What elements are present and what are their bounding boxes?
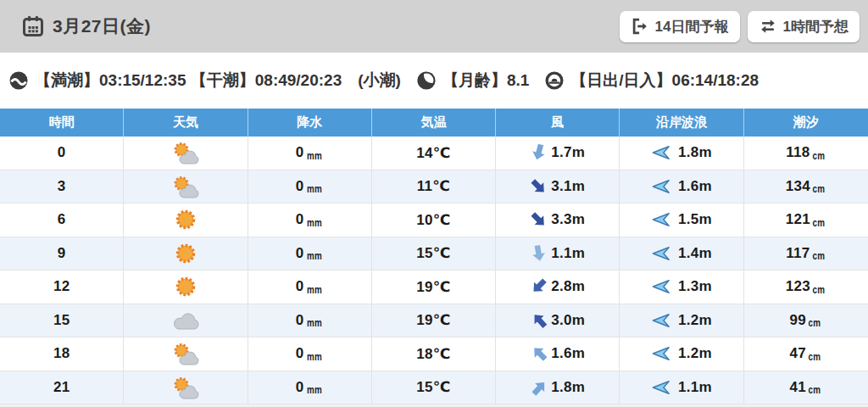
table-row: 12 0mm 19℃ 2.8m 1.3m 123cm — [0, 270, 868, 304]
tide-unit-label: cm — [812, 250, 825, 270]
table-row: 3 0mm 11℃ 3.1m 1.6m 134cm — [0, 170, 868, 204]
tide-info-bar: 【満潮】03:15/12:35 【干潮】08:49/20:23 (小潮) 【月齢… — [0, 53, 868, 109]
topbar-buttons: 14日間予報 1時間予想 — [620, 11, 860, 42]
sunrise-icon — [544, 70, 565, 91]
wind-direction-arrow-icon — [529, 243, 550, 264]
weather-icon — [169, 341, 203, 366]
fourteen-day-forecast-label: 14日間予報 — [655, 17, 729, 36]
tide-unit-label: cm — [809, 384, 821, 404]
wind-cell: 1.6m — [496, 337, 620, 371]
precipitation-cell: 0mm — [248, 204, 372, 237]
precip-unit-label: mm — [307, 351, 322, 371]
temperature-cell: 15℃ — [372, 371, 496, 405]
precip-unit-label: mm — [307, 250, 322, 270]
wave-direction-icon — [651, 346, 670, 361]
column-header-weather: 天気 — [124, 109, 248, 137]
sunrise-sunset-label: 【日出/日入】06:14/18:28 — [570, 70, 759, 92]
wind-direction-arrow-icon — [526, 341, 553, 367]
temperature-cell: 10℃ — [372, 204, 496, 237]
table-row: 9 0mm 15℃ 1.1m 1.4m 117cm — [0, 237, 868, 271]
temperature-cell: 11℃ — [372, 170, 496, 204]
moon-age: 【月齢】8.1 — [416, 70, 529, 92]
tide-phase-label: (小潮) — [358, 70, 401, 92]
wind-cell: 3.1m — [496, 170, 620, 204]
tide-times-label: 【満潮】03:15/12:35 【干潮】08:49/20:23 — [35, 70, 342, 92]
hour-cell: 15 — [0, 304, 124, 338]
tide-unit-label: cm — [812, 150, 825, 170]
wave-direction-icon — [651, 279, 670, 294]
precipitation-cell: 0mm — [248, 371, 372, 405]
weather-cell — [124, 170, 248, 204]
tide-unit-label: cm — [809, 317, 821, 337]
tide-unit-label: cm — [813, 217, 826, 237]
coastal-wave-cell: 1.8m — [620, 137, 743, 170]
tide-times: 【満潮】03:15/12:35 【干潮】08:49/20:23 (小潮) — [8, 70, 401, 92]
coastal-wave-cell: 1.5m — [620, 204, 743, 237]
table-row: 18 0mm 18℃ 1.6m 1.2m 47cm — [0, 337, 868, 371]
swap-arrows-icon — [759, 17, 777, 36]
sunrise-sunset: 【日出/日入】06:14/18:28 — [544, 70, 759, 92]
hour-cell: 9 — [0, 237, 124, 271]
coastal-wave-cell: 1.3m — [620, 270, 743, 304]
wave-direction-icon — [651, 145, 670, 160]
precipitation-cell: 0mm — [248, 137, 372, 170]
table-body: 0 0mm 14℃ 1.7m 1.8m 118cm 3 0mm 11℃ 3.1 — [0, 137, 868, 404]
tide-level-cell: 47cm — [744, 337, 868, 371]
tide-wave-icon — [8, 70, 29, 91]
weather-cell — [124, 204, 248, 237]
one-hour-forecast-label: 1時間予想 — [783, 17, 849, 36]
coastal-wave-cell: 1.1m — [620, 371, 743, 405]
wind-direction-arrow-icon — [526, 374, 553, 400]
weather-cell — [124, 304, 248, 338]
wind-direction-arrow-icon — [526, 207, 553, 233]
hour-cell: 21 — [0, 371, 124, 405]
wind-direction-arrow-icon — [526, 274, 553, 300]
weather-icon — [169, 241, 203, 266]
hour-cell: 6 — [0, 204, 124, 237]
wind-direction-arrow-icon — [526, 173, 553, 199]
wave-direction-icon — [651, 313, 670, 328]
column-header-precipitation: 降水 — [248, 109, 372, 137]
current-date-label: 3月27日(金) — [53, 14, 151, 38]
forecast-table: 時間 天気 降水 気温 風 沿岸波浪 潮汐 0 0mm 14℃ 1.7m 1.8… — [0, 109, 868, 404]
table-row: 21 0mm 15℃ 1.8m 1.1m 41cm — [0, 371, 868, 405]
coastal-wave-cell: 1.2m — [620, 337, 743, 371]
tide-unit-label: cm — [813, 284, 826, 304]
weather-cell — [124, 371, 248, 405]
weather-icon — [169, 308, 203, 333]
temperature-cell: 14℃ — [372, 137, 496, 170]
one-hour-forecast-button[interactable]: 1時間予想 — [748, 11, 860, 42]
temperature-cell: 19℃ — [372, 304, 496, 338]
tide-level-cell: 123cm — [744, 270, 868, 304]
wind-cell: 1.7m — [496, 137, 620, 170]
hour-cell: 12 — [0, 270, 124, 304]
column-header-tide-level: 潮汐 — [744, 109, 868, 137]
wind-cell: 3.3m — [496, 204, 620, 237]
fourteen-day-forecast-button[interactable]: 14日間予報 — [620, 11, 740, 42]
precip-unit-label: mm — [307, 150, 322, 170]
precipitation-cell: 0mm — [248, 270, 372, 304]
tide-level-cell: 118cm — [744, 137, 868, 170]
column-header-coastal-waves: 沿岸波浪 — [620, 109, 743, 137]
temperature-cell: 15℃ — [372, 237, 496, 271]
column-header-time: 時間 — [0, 109, 124, 137]
wave-direction-icon — [651, 212, 670, 227]
precipitation-cell: 0mm — [248, 170, 372, 204]
table-row: 0 0mm 14℃ 1.7m 1.8m 118cm — [0, 137, 868, 170]
moon-phase-icon — [416, 70, 437, 91]
weather-cell — [124, 270, 248, 304]
wind-direction-arrow-icon — [528, 142, 551, 164]
wind-cell: 2.8m — [496, 270, 620, 304]
tide-unit-label: cm — [813, 183, 826, 203]
tide-level-cell: 41cm — [744, 371, 868, 405]
precipitation-cell: 0mm — [248, 237, 372, 271]
weather-icon — [169, 375, 203, 400]
exit-forward-icon — [631, 17, 649, 36]
top-bar: 3月27日(金) 14日間予報 1時間予想 — [0, 0, 868, 53]
precip-unit-label: mm — [307, 183, 322, 203]
table-row: 15 0mm 19℃ 3.0m 1.2m 99cm — [0, 304, 868, 338]
weather-cell — [124, 337, 248, 371]
hour-cell: 3 — [0, 170, 124, 204]
tide-level-cell: 117cm — [744, 237, 868, 271]
precipitation-cell: 0mm — [248, 304, 372, 338]
